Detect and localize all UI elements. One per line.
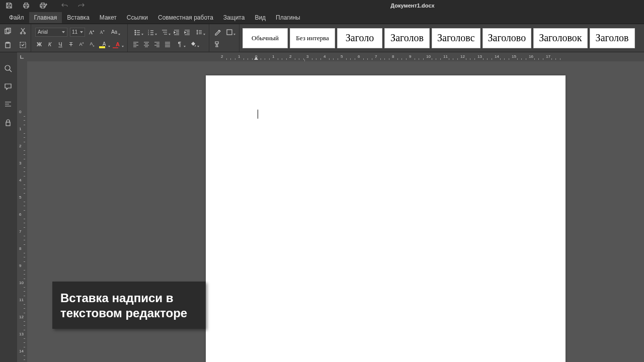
align-center-icon[interactable] (142, 40, 150, 48)
menu-плагины[interactable]: Плагины (271, 12, 305, 23)
indent-decrease-icon[interactable] (173, 28, 181, 36)
titlebar: Документ1.docx (0, 0, 644, 11)
caption-overlay: Вставка надписи в текстовом редакторе (52, 282, 206, 329)
menubar: ФайлГлавнаяВставкаМакетСсылкиСовместная … (0, 11, 644, 24)
menu-вставка[interactable]: Вставка (62, 12, 95, 23)
font-color-icon[interactable]: A (112, 40, 123, 48)
svg-rect-13 (227, 30, 232, 35)
svg-point-14 (5, 65, 10, 70)
increase-size-icon[interactable]: A▴ (88, 28, 96, 36)
insert-shape-icon[interactable] (224, 28, 235, 36)
svg-point-3 (24, 33, 26, 34)
horizontal-ruler[interactable]: 2101234567891011121314151617 (27, 52, 644, 61)
strikethrough-icon[interactable]: T (67, 40, 75, 48)
style-3[interactable]: Заголов (384, 28, 430, 48)
styles-gallery: ОбычныйБез интерваЗаголоЗаголовЗаголовсЗ… (239, 24, 638, 52)
svg-rect-15 (6, 122, 10, 126)
caption-text: Вставка надписи в текстовом редакторе (60, 291, 198, 321)
svg-text:3: 3 (148, 33, 149, 35)
text-cursor (258, 110, 258, 119)
italic-icon[interactable]: К (46, 40, 54, 48)
menu-защита[interactable]: Защита (218, 12, 250, 23)
headings-icon[interactable] (4, 101, 13, 110)
multilevel-icon[interactable] (159, 28, 170, 36)
menu-вид[interactable]: Вид (250, 12, 271, 23)
print-icon[interactable] (22, 2, 30, 10)
menu-главная[interactable]: Главная (29, 12, 62, 23)
svg-rect-1 (7, 28, 11, 33)
style-4[interactable]: Заголовс (432, 28, 480, 48)
svg-point-7 (135, 30, 136, 31)
font-name-select[interactable]: Arial (35, 28, 67, 37)
style-1[interactable]: Без интерва (290, 28, 335, 48)
svg-point-2 (21, 33, 22, 34)
menu-файл[interactable]: Файл (4, 12, 29, 23)
menu-ссылки[interactable]: Ссылки (122, 12, 153, 23)
style-6[interactable]: Заголовок (533, 28, 587, 48)
nonprinting-icon[interactable]: ¶ (174, 40, 185, 48)
change-case-icon[interactable]: Aa (109, 28, 120, 36)
svg-rect-0 (5, 29, 9, 34)
redo-icon[interactable] (77, 1, 85, 10)
align-right-icon[interactable] (153, 40, 161, 48)
style-7[interactable]: Заголов (590, 28, 635, 48)
style-0[interactable]: Обычный (243, 28, 288, 48)
decrease-size-icon[interactable]: A▾ (98, 28, 106, 36)
document-title: Документ1.docx (390, 3, 434, 9)
copy-icon[interactable] (0, 24, 16, 38)
style-2[interactable]: Заголо (337, 28, 382, 48)
search-icon[interactable] (4, 64, 13, 73)
underline-icon[interactable]: Ч (56, 40, 64, 48)
select-all-icon[interactable] (16, 38, 31, 52)
quick-print-icon[interactable] (39, 2, 47, 10)
cut-icon[interactable] (16, 24, 31, 38)
numbering-icon[interactable]: 123 (145, 28, 156, 36)
bold-icon[interactable]: Ж (35, 40, 43, 48)
style-5[interactable]: Заголово (482, 28, 532, 48)
save-icon[interactable] (5, 2, 13, 10)
svg-point-8 (135, 32, 136, 33)
vertical-ruler[interactable]: 0123456789101112131415 (17, 61, 27, 362)
bullets-icon[interactable] (132, 28, 143, 36)
indent-increase-icon[interactable] (183, 28, 191, 36)
ruler-corner[interactable] (17, 52, 27, 61)
menu-совместная работа[interactable]: Совместная работа (153, 12, 218, 23)
svg-point-9 (135, 34, 136, 35)
paste-icon[interactable] (0, 38, 16, 52)
clear-format-icon[interactable] (213, 28, 221, 36)
lock-icon[interactable] (4, 119, 13, 128)
format-painter-icon[interactable] (213, 40, 221, 48)
menu-макет[interactable]: Макет (95, 12, 122, 23)
align-justify-icon[interactable] (164, 40, 172, 48)
undo-icon[interactable] (61, 1, 68, 10)
line-spacing-icon[interactable] (194, 28, 205, 36)
comments-icon[interactable] (4, 82, 13, 92)
highlight-color-icon[interactable]: A (99, 40, 110, 48)
font-size-select[interactable]: 11 (70, 28, 85, 37)
superscript-icon[interactable]: Ax (77, 40, 86, 48)
shading-icon[interactable] (188, 40, 199, 48)
left-sidebar (0, 52, 17, 362)
toolbar: Arial 11 A▴ A▾ Aa Ж К Ч T Ax Ax A A 123 (0, 24, 644, 52)
page[interactable] (206, 75, 566, 362)
subscript-icon[interactable]: Ax (88, 40, 96, 48)
align-left-icon[interactable] (132, 40, 140, 48)
